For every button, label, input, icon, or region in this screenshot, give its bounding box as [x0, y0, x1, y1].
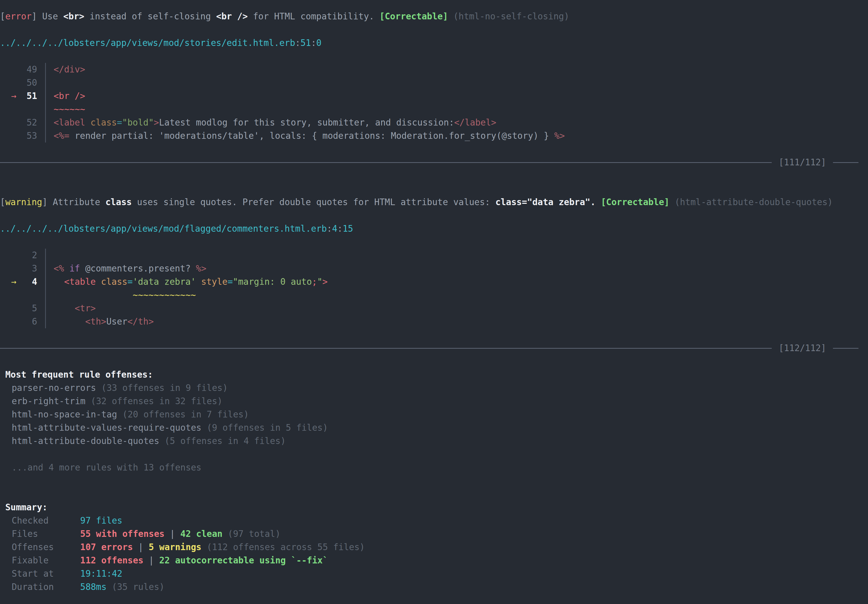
rule-name: erb-right-trim [12, 396, 85, 406]
rule-name: html-no-space-in-tag [12, 409, 117, 419]
rule-offense-count: (32 offenses in 32 files) [91, 396, 223, 406]
terminal-output[interactable]: [error] Use <br> instead of self-closing… [0, 0, 868, 604]
separator-rule-right [833, 162, 859, 163]
offense-separator-2: [112/112] [0, 342, 868, 355]
blank-line [0, 143, 868, 156]
summary-label: Offenses [12, 540, 80, 554]
offense-separator-1: [111/112] [0, 156, 868, 169]
summary-value: 55 with offenses | 42 clean (97 total) [80, 529, 281, 539]
code-line: 3<% if @commenters.present? %> [0, 262, 868, 275]
summary-row: Start at19:11:42 [0, 567, 868, 581]
code-text: ~~~~~~ [46, 103, 85, 116]
blank-line [0, 23, 868, 36]
rule-offense-count: (20 offenses in 7 files) [122, 409, 249, 419]
rules-list: parser-no-errors (33 offenses in 9 files… [0, 381, 868, 448]
summary-row: Checked97 files [0, 514, 868, 527]
summary-label: Fixable [12, 554, 80, 567]
summary-label: Checked [12, 514, 80, 527]
code-text: <br /> [46, 89, 85, 103]
rule-name: html-attribute-double-quotes [12, 436, 159, 446]
code-line: 49</div> [0, 63, 868, 76]
code-line: 6 <th>User</th> [0, 315, 868, 328]
summary-table: Checked97 filesFiles55 with offenses | 4… [0, 514, 868, 594]
code-line: 5 <tr> [0, 302, 868, 315]
code-line: →51<br /> [0, 89, 868, 103]
line-number [0, 103, 46, 116]
code-text: <th>User</th> [46, 315, 154, 328]
summary-label: Start at [12, 567, 80, 581]
summary-row: Offenses107 errors | 5 warnings (112 off… [0, 540, 868, 554]
summary-label: Files [12, 527, 80, 540]
offense-arrow-icon: → [11, 89, 17, 103]
rule-offense-item: erb-right-trim (32 offenses in 32 files) [0, 394, 868, 408]
line-number: 6 [0, 315, 46, 328]
summary-value: 588ms (35 rules) [80, 582, 164, 592]
blank-line [0, 50, 868, 63]
summary-label: Duration [12, 581, 80, 594]
rule-offense-item: html-attribute-double-quotes (5 offenses… [0, 435, 868, 448]
rule-offense-item: parser-no-errors (33 offenses in 9 files… [0, 381, 868, 394]
line-number: 50 [0, 76, 46, 89]
squiggle-underline-line: ~~~~~~ [0, 103, 868, 116]
rule-name: html-attribute-values-require-quotes [12, 422, 202, 433]
line-number: 5 [0, 302, 46, 315]
summary-value: 19:11:42 [80, 568, 122, 579]
summary-row: Files55 with offenses | 42 clean (97 tot… [0, 527, 868, 540]
code-text: <table class='data zebra' style="margin:… [46, 275, 328, 289]
blank-line [0, 235, 868, 248]
blank-line [0, 182, 868, 196]
rule-offense-count: (33 offenses in 9 files) [101, 383, 228, 393]
code-line: →4 <table class='data zebra' style="marg… [0, 275, 868, 289]
summary-row: Fixable112 offenses | 22 autocorrectable… [0, 554, 868, 567]
offense-message-warning: [warning] Attribute class uses single qu… [0, 196, 868, 209]
offense-arrow-icon: → [11, 275, 17, 289]
code-excerpt-2: 23<% if @commenters.present? %>→4 <table… [0, 248, 868, 328]
code-text: <%= render partial: 'moderations/table',… [46, 129, 565, 143]
summary-title: Summary: [0, 501, 868, 514]
code-text [46, 248, 54, 262]
blank-line [0, 209, 868, 222]
squiggle-underline-line: ~~~~~~~~~~~~ [0, 289, 868, 302]
separator-rule-left [0, 348, 772, 349]
blank-line [0, 594, 868, 604]
code-text: <% if @commenters.present? %> [46, 262, 206, 275]
summary-row: Duration588ms (35 rules) [0, 581, 868, 594]
code-line: 50 [0, 76, 868, 89]
more-rules-note: ...and 4 more rules with 13 offenses [0, 461, 868, 474]
blank-line [0, 488, 868, 501]
line-number: 52 [0, 116, 46, 129]
rule-name: parser-no-errors [12, 383, 96, 393]
offense-message-error: [error] Use <br> instead of self-closing… [0, 10, 868, 23]
blank-line [0, 355, 868, 368]
rule-offense-item: html-no-space-in-tag (20 offenses in 7 f… [0, 408, 868, 421]
blank-line [0, 448, 868, 461]
blank-line [0, 328, 868, 342]
code-line: 52<label class="bold">Latest modlog for … [0, 116, 868, 129]
rule-offense-count: (9 offenses in 5 files) [207, 422, 328, 433]
rule-offense-count: (5 offenses in 4 files) [164, 436, 286, 446]
code-line: 53<%= render partial: 'moderations/table… [0, 129, 868, 143]
code-text [46, 76, 54, 89]
separator-rule-right [833, 348, 859, 349]
rule-offense-item: html-attribute-values-require-quotes (9 … [0, 421, 868, 435]
offense-counter: [112/112] [779, 342, 826, 355]
separator-rule-left [0, 162, 772, 163]
code-text: <tr> [46, 302, 96, 315]
line-number [0, 289, 46, 302]
file-path-2: ../../../../lobsters/app/views/mod/flagg… [0, 222, 868, 235]
code-text: ~~~~~~~~~~~~ [46, 289, 196, 302]
summary-value: 107 errors | 5 warnings (112 offenses ac… [80, 542, 365, 552]
offense-counter: [111/112] [779, 156, 826, 169]
blank-line [0, 474, 868, 488]
code-line: 2 [0, 248, 868, 262]
code-text: <label class="bold">Latest modlog for th… [46, 116, 496, 129]
line-number: 53 [0, 129, 46, 143]
line-number: 51 [0, 89, 46, 103]
code-excerpt-1: 49</div>50→51<br />~~~~~~52<label class=… [0, 63, 868, 143]
blank-line [0, 169, 868, 182]
line-number: 3 [0, 262, 46, 275]
code-text: </div> [46, 63, 85, 76]
rules-section-title: Most frequent rule offenses: [0, 368, 868, 381]
line-number: 2 [0, 248, 46, 262]
file-path-1: ../../../../lobsters/app/views/mod/stori… [0, 36, 868, 50]
